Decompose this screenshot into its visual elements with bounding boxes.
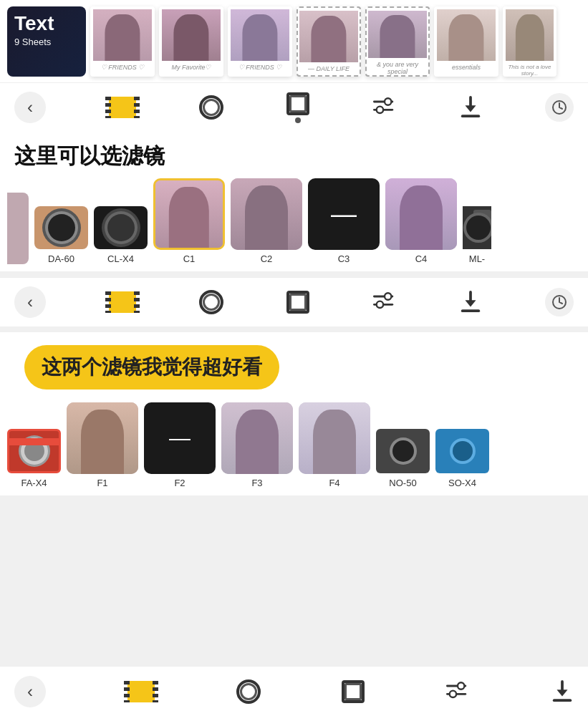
svg-rect-6 [461,115,480,117]
adjust-icon-3[interactable] [446,680,469,703]
photo-thumb-2[interactable]: My Favorite♡ [159,6,223,77]
frame-icon-2[interactable] [286,291,309,314]
section-1: 这里可以选滤镜 DA-60 CL-X4 C1 C2 [0,132,588,271]
photo-thumb-5[interactable]: & you are very special [365,6,430,77]
photo-thumb-1[interactable]: ♡ FRIENDS ♡ [90,6,155,77]
film-icon-3[interactable] [127,681,155,702]
filter-f4-label: F4 [329,478,339,488]
filter-c3-label: C3 [338,253,350,264]
badge-text: 这两个滤镜我觉得超好看 [42,356,262,378]
svg-point-19 [450,690,456,697]
svg-rect-14 [461,309,480,312]
svg-point-1 [385,98,391,105]
filter-f1[interactable]: F1 [67,402,138,488]
back-button-1[interactable]: ‹ [14,92,46,123]
top-photo-strip: Text 9 Sheets ♡ FRIENDS ♡ My Favorite♡ ♡… [0,0,588,82]
badge-container: 这两个滤镜我觉得超好看 [0,332,588,402]
filter-c3[interactable]: — C3 [308,178,380,264]
frame-icon-3[interactable] [342,680,365,703]
camera-da60[interactable]: DA-60 [34,206,88,264]
separator-1 [0,271,588,277]
camera-sox4[interactable]: SO-X4 [435,429,489,488]
download-icon-3[interactable] [551,680,574,703]
history-button-1[interactable] [545,93,574,122]
toolbar-3: ‹ [0,666,588,716]
photo-thumb-7[interactable]: This is not a love story... [503,6,556,77]
camera-no50-label: NO-50 [389,478,416,488]
section-1-title: 这里可以选滤镜 [14,144,165,168]
back-button-2[interactable]: ‹ [14,286,46,318]
svg-marker-13 [465,300,476,306]
camera-fax4[interactable]: FA-X4 [7,429,61,488]
camera-fax4-label: FA-X4 [21,478,47,488]
film-icon-1[interactable] [109,97,136,118]
lens-icon-2[interactable] [199,290,223,314]
camera-clx4[interactable]: CL-X4 [94,206,148,264]
svg-point-9 [385,293,391,299]
filter-ml-label: ML- [469,253,485,264]
filter-f3-label: F3 [251,478,262,488]
separator-2 [0,495,588,501]
toolbar-1: ‹ [0,82,588,132]
yellow-badge: 这两个滤镜我觉得超好看 [24,345,279,390]
frame-icon-1[interactable] [286,92,309,123]
adjust-icon-1[interactable] [373,96,396,119]
download-icon-1[interactable] [459,96,482,119]
filter-row-1: DA-60 CL-X4 C1 C2 — C3 [0,178,588,271]
film-icon-2[interactable] [109,291,136,313]
svg-rect-12 [469,291,472,301]
filter-c1[interactable]: C1 [153,178,225,264]
section-1-heading: 这里可以选滤镜 [0,132,588,178]
photo-thumb-6[interactable]: essentials [434,6,498,77]
photo-label-2: My Favorite♡ [171,64,211,71]
text-sheet-title: Text [14,14,54,34]
photo-label-7: This is not a love story... [503,64,556,77]
toolbar-2: ‹ [0,277,588,326]
svg-point-3 [376,107,382,113]
filter-f4[interactable]: F4 [299,402,370,488]
history-button-2[interactable] [545,288,574,316]
lens-icon-3[interactable] [236,679,261,704]
photo-label-5: & you are very special [367,61,428,75]
filter-row-2: FA-X4 F1 — F2 F3 F4 [0,402,588,495]
camera-clx4-label: CL-X4 [107,253,134,264]
filter-c2-label: C2 [261,253,273,264]
partial-camera-left [7,193,29,264]
filter-c4-label: C4 [415,253,428,264]
camera-da60-label: DA-60 [48,253,74,264]
photo-label-3: ♡ FRIENDS ♡ [238,64,282,71]
filter-c2[interactable]: C2 [231,178,302,264]
camera-no50[interactable]: NO-50 [376,429,430,488]
svg-rect-4 [469,96,472,107]
filter-f1-label: F1 [97,478,107,488]
back-button-3[interactable]: ‹ [14,676,46,707]
text-sheet-thumb[interactable]: Text 9 Sheets [7,6,86,77]
photo-thumb-4[interactable]: — DAILY LIFE [297,6,361,77]
photo-thumb-3[interactable]: ♡ FRIENDS ♡ [228,6,292,77]
svg-point-17 [458,682,464,689]
svg-marker-5 [465,105,476,112]
adjust-icon-2[interactable] [373,291,396,314]
camera-ml-partial: ML- [463,206,491,264]
svg-rect-20 [561,680,564,691]
photo-label-1: ♡ FRIENDS ♡ [101,64,145,71]
lens-icon-1[interactable] [199,95,223,120]
svg-marker-21 [556,690,567,696]
photo-label-4: — DAILY LIFE [308,65,350,72]
svg-point-11 [376,301,382,308]
text-sheet-subtitle: 9 Sheets [14,37,51,47]
camera-sox4-label: SO-X4 [448,478,476,488]
filter-f3[interactable]: F3 [221,402,293,488]
filter-c4[interactable]: C4 [385,178,457,264]
filter-f2-label: F2 [174,478,185,488]
download-icon-2[interactable] [459,291,482,314]
svg-rect-22 [553,699,572,702]
filter-f2[interactable]: — F2 [144,402,216,488]
photo-label-6: essentials [452,64,481,71]
section-2: 这两个滤镜我觉得超好看 FA-X4 F1 — F2 [0,332,588,495]
filter-c1-label: C1 [183,253,196,264]
